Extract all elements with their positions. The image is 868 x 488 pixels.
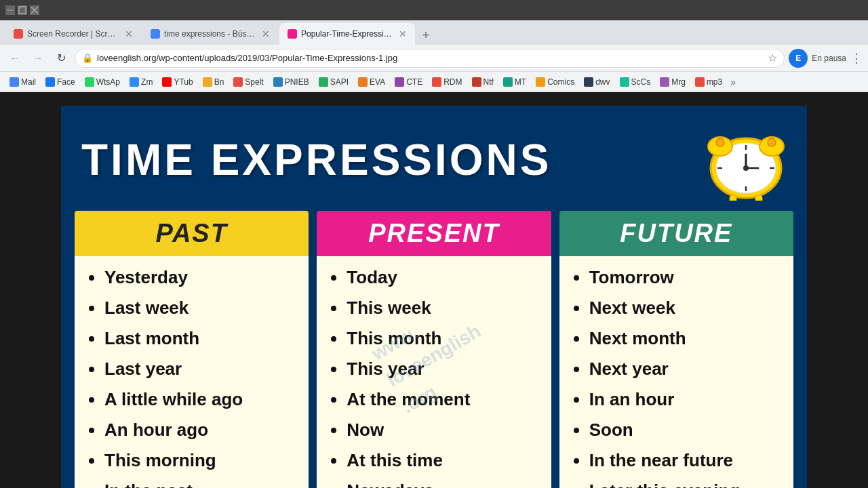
bookmark-star-icon[interactable]: ☆: [768, 52, 777, 64]
bookmark-label-dwv: dwv: [595, 77, 610, 87]
profile-button[interactable]: E: [789, 49, 808, 68]
bookmark-icon-spelt: [233, 77, 243, 87]
bookmark-icon-dwv: [584, 77, 593, 87]
bookmark-icon-bn: [203, 77, 212, 87]
bookmark-face[interactable]: Face: [41, 76, 79, 88]
tab-close-image[interactable]: ✕: [399, 28, 407, 39]
bookmark-icon-mail: [9, 77, 19, 87]
clock-icon: [705, 119, 787, 201]
svg-point-18: [743, 165, 749, 171]
bookmark-mail[interactable]: Mail: [5, 76, 40, 88]
tab-label-google: time expressions - Búsqueda de...: [164, 29, 255, 39]
bookmark-pnieb[interactable]: PNIEB: [269, 76, 313, 88]
bookmark-dwv[interactable]: dwv: [580, 76, 614, 88]
bookmark-wtsap[interactable]: WtsAp: [81, 76, 124, 88]
tab-image[interactable]: Popular-Time-Expressions-1.jpg ✕: [279, 23, 415, 45]
bookmark-ntf[interactable]: Ntf: [468, 76, 498, 88]
bookmark-icon-pnieb: [273, 77, 283, 87]
bookmark-label-mail: Mail: [21, 77, 36, 87]
bookmark-label-mrg: Mrg: [671, 77, 686, 87]
list-item: Last year: [104, 359, 298, 380]
future-body: Tomorrow Next week Next month Next year …: [559, 256, 793, 488]
bookmark-cte[interactable]: CTE: [391, 76, 427, 88]
lock-icon: 🔒: [82, 53, 93, 63]
bookmark-eva[interactable]: EVA: [354, 76, 389, 88]
list-item: Last week: [104, 298, 298, 319]
list-item: At the moment: [347, 389, 540, 410]
minimize-button[interactable]: [5, 5, 15, 15]
header-section: TIME EXPRESSIONS: [61, 106, 807, 211]
bookmark-ytub[interactable]: YTub: [158, 76, 197, 88]
main-content: TIME EXPRESSIONS: [0, 92, 868, 488]
main-title: TIME EXPRESSIONS: [81, 135, 551, 185]
bookmark-mrg[interactable]: Mrg: [656, 76, 690, 88]
present-list: Today This week This month This year At …: [333, 267, 540, 488]
bookmark-label-spelt: Spelt: [245, 77, 263, 87]
more-options-icon[interactable]: ⋮: [850, 51, 863, 66]
svg-rect-11: [755, 195, 762, 201]
bookmark-spelt[interactable]: Spelt: [229, 76, 267, 88]
present-column: PRESENT Today This week This month This …: [317, 211, 551, 488]
list-item: Next week: [589, 298, 783, 319]
new-tab-button[interactable]: +: [416, 26, 435, 45]
title-bar: [0, 0, 868, 20]
bookmark-zm[interactable]: Zm: [125, 76, 157, 88]
bookmark-label-eva: EVA: [370, 77, 385, 87]
list-item: An hour ago: [104, 420, 298, 441]
bookmark-sapi[interactable]: SAPI: [315, 76, 353, 88]
tab-google[interactable]: time expressions - Búsqueda de... ✕: [142, 23, 278, 45]
future-list: Tomorrow Next week Next month Next year …: [576, 267, 783, 488]
svg-rect-1: [19, 7, 26, 14]
list-item: Soon: [589, 420, 783, 441]
bookmark-bn[interactable]: Bn: [199, 76, 229, 88]
address-bar[interactable]: 🔒 loveenglish.org/wp-content/uploads/201…: [75, 49, 785, 68]
bookmarks-bar: Mail Face WtsAp Zm YTub Bn Spelt PNIEB S…: [0, 72, 868, 92]
forward-button[interactable]: →: [28, 49, 47, 68]
refresh-button[interactable]: ↻: [52, 49, 71, 68]
bookmark-sccs[interactable]: ScCs: [616, 76, 655, 88]
tab-favicon-google: [151, 29, 160, 39]
tab-close-screencast[interactable]: ✕: [125, 28, 133, 39]
tab-favicon-screencast: [14, 29, 23, 39]
bookmark-icon-sapi: [319, 77, 328, 87]
bookmark-rdm[interactable]: RDM: [428, 76, 466, 88]
tabs-bar: Screen Recorder | Screencast-O... ✕ time…: [0, 20, 868, 45]
bookmark-label-face: Face: [57, 77, 75, 87]
svg-rect-10: [730, 195, 736, 201]
bookmark-label-mt: MT: [515, 77, 526, 87]
bookmark-icon-rdm: [432, 77, 441, 87]
maximize-button[interactable]: [18, 5, 27, 15]
list-item: A little while ago: [104, 389, 298, 410]
bookmark-icon-mt: [503, 77, 513, 87]
past-list: Yesterday Last week Last month Last year…: [91, 267, 298, 488]
list-item: This year: [347, 359, 540, 380]
bookmark-comics[interactable]: Comics: [532, 76, 578, 88]
list-item: This morning: [104, 450, 298, 471]
bookmark-label-pnieb: PNIEB: [285, 77, 309, 87]
window-controls: [5, 5, 39, 15]
list-item: Yesterday: [104, 267, 298, 288]
back-button[interactable]: ←: [5, 49, 24, 68]
list-item: In the past: [104, 481, 298, 488]
list-item: This month: [347, 328, 540, 349]
bookmark-mt[interactable]: MT: [499, 76, 530, 88]
future-header: FUTURE: [559, 211, 793, 256]
bookmark-icon-cte: [395, 77, 404, 87]
list-item: Next year: [589, 359, 783, 380]
list-item: Last month: [104, 328, 298, 349]
bookmark-icon-wtsap: [85, 77, 94, 87]
tab-close-google[interactable]: ✕: [262, 28, 270, 39]
list-item: This week: [347, 298, 540, 319]
past-header: PAST: [75, 211, 309, 256]
bookmark-icon-zm: [130, 77, 139, 87]
tab-screencast[interactable]: Screen Recorder | Screencast-O... ✕: [5, 23, 141, 45]
svg-rect-0: [7, 10, 14, 11]
close-button[interactable]: [30, 5, 39, 15]
bookmark-label-ytub: YTub: [174, 77, 193, 87]
tab-favicon-image: [288, 29, 297, 39]
past-column: PAST Yesterday Last week Last month Last…: [75, 211, 309, 488]
bookmark-label-sccs: ScCs: [631, 77, 651, 87]
bookmarks-more-icon[interactable]: »: [730, 77, 736, 87]
image-container: TIME EXPRESSIONS: [61, 106, 807, 488]
bookmark-mp3[interactable]: mp3: [691, 76, 726, 88]
